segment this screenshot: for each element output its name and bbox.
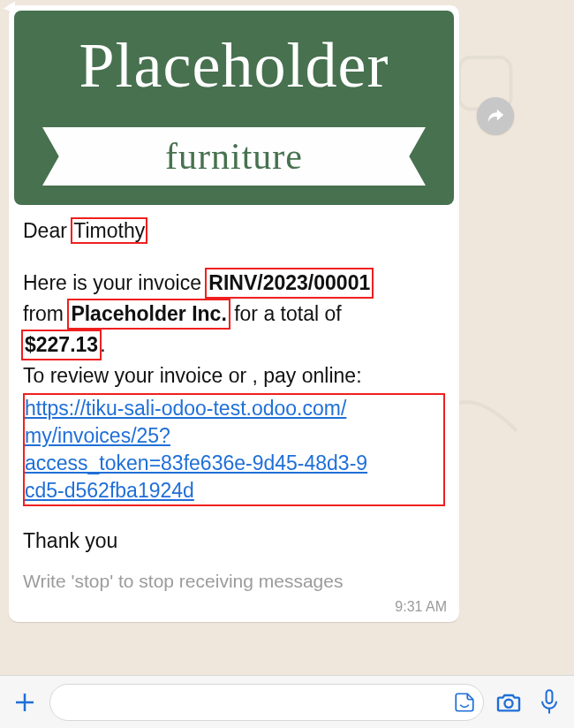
- incoming-message-bubble[interactable]: Placeholder furniture Dear Timothy Here …: [9, 5, 459, 622]
- text-input-wrap: [49, 684, 484, 721]
- sticker-button[interactable]: [452, 690, 477, 715]
- line1a: Here is your invoice: [23, 271, 207, 294]
- message-text: Dear Timothy Here is your invoice RINV/2…: [9, 205, 459, 562]
- company-name-highlight: Placeholder Inc.: [69, 300, 228, 328]
- message-timestamp: 9:31 AM: [9, 592, 459, 622]
- message-input-bar: [0, 675, 574, 728]
- invoice-number-highlight: RINV/2023/00001: [207, 269, 372, 297]
- brand-name-top: Placeholder: [14, 11, 454, 97]
- mic-icon: [537, 688, 562, 717]
- amount-highlight: $227.13: [23, 331, 100, 359]
- thank-you: Thank you: [23, 527, 445, 555]
- brand-hero-image: Placeholder furniture: [14, 11, 454, 205]
- svg-rect-4: [547, 690, 553, 703]
- line2b: for a total of: [229, 302, 342, 325]
- attach-button[interactable]: [9, 686, 41, 718]
- review-line: To review your invoice or , pay online:: [23, 362, 445, 390]
- brand-name-bottom: furniture: [44, 127, 424, 186]
- message-input[interactable]: [49, 684, 484, 721]
- plus-icon: [11, 689, 38, 716]
- link-highlight-block: https://tiku-sali-odoo-test.odoo.com/ my…: [23, 393, 445, 506]
- camera-icon: [495, 688, 523, 717]
- link-line-1: https://tiku-sali-odoo-test.odoo.com/: [25, 397, 346, 420]
- svg-point-3: [504, 699, 512, 707]
- greeting-name-highlight: Timothy: [72, 219, 146, 242]
- camera-button[interactable]: [493, 686, 525, 718]
- link-line-3: access_token=83fe636e-9d45-48d3-9: [25, 451, 367, 474]
- sticker-icon: [453, 691, 476, 714]
- forward-button[interactable]: [477, 97, 514, 134]
- link-line-4: cd5-d562fba1924d: [25, 479, 194, 502]
- period: .: [100, 333, 105, 356]
- line2a: from: [23, 302, 69, 325]
- invoice-link[interactable]: https://tiku-sali-odoo-test.odoo.com/ my…: [25, 397, 367, 502]
- greeting-prefix: Dear: [23, 219, 72, 242]
- link-line-2: my/invoices/25?: [25, 424, 170, 447]
- stop-hint: Write 'stop' to stop receiving messages: [9, 562, 459, 592]
- chat-area: Placeholder furniture Dear Timothy Here …: [0, 0, 574, 675]
- mic-button[interactable]: [533, 686, 565, 718]
- brand-ribbon: furniture: [44, 127, 424, 186]
- forward-icon: [486, 106, 505, 125]
